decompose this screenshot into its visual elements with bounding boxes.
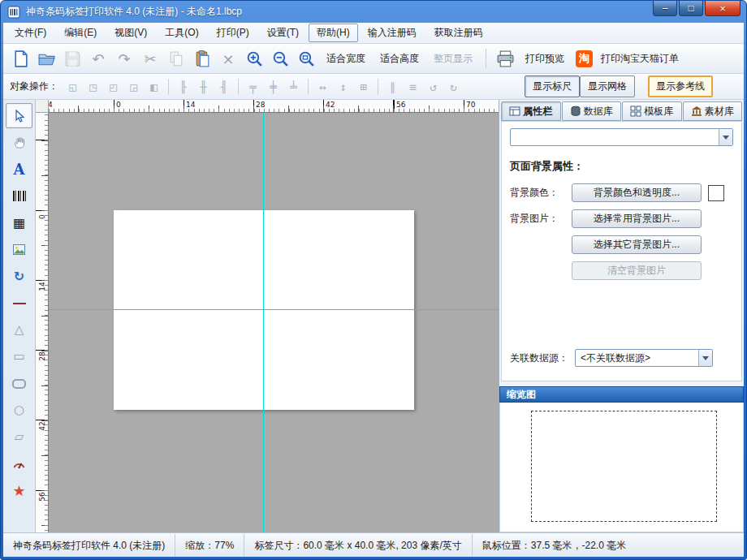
copy-icon[interactable] <box>164 46 188 71</box>
same-width-icon[interactable]: ↔ <box>313 78 332 96</box>
menu-get-regcode[interactable]: 获取注册码 <box>426 24 491 42</box>
barcode-tool[interactable] <box>6 183 32 209</box>
menu-file[interactable]: 文件(F) <box>6 24 54 42</box>
same-size-icon[interactable]: ⊞ <box>354 78 373 96</box>
rounded-rect-tool[interactable] <box>6 371 32 396</box>
show-guides-button[interactable]: 显示参考线 <box>648 75 713 97</box>
triangle-tool[interactable]: △ <box>6 317 32 342</box>
lock-icon[interactable]: ◧ <box>145 78 163 96</box>
rectangle-tool[interactable]: ▭ <box>6 344 32 369</box>
equal-hspacing-icon[interactable]: ∥ <box>383 78 402 96</box>
align-bottom-icon[interactable]: ╧ <box>284 78 303 96</box>
save-icon[interactable] <box>60 46 84 71</box>
zoom-in-icon[interactable] <box>242 46 266 71</box>
rotate-right-icon[interactable]: ↻ <box>444 78 463 96</box>
vertical-ruler[interactable]: 014284256 <box>36 113 49 532</box>
minimize-button[interactable]: – <box>653 1 677 16</box>
line-tool[interactable] <box>6 291 32 316</box>
maximize-button[interactable]: □ <box>679 1 703 16</box>
bg-color-button[interactable]: 背景颜色和透明度... <box>572 183 702 202</box>
gauge-tool[interactable] <box>6 451 32 476</box>
menu-help[interactable]: 帮助(H) <box>309 24 358 42</box>
horizontal-guide-line[interactable] <box>49 309 499 310</box>
paste-icon[interactable] <box>190 46 214 71</box>
menu-print[interactable]: 打印(P) <box>209 24 257 42</box>
fit-width-button[interactable]: 适合宽度 <box>320 52 372 66</box>
open-icon[interactable] <box>34 46 58 71</box>
object-toolbar: 对象操作： ◱◳◰◲◧╟╫╢╤╪╧↔↕⊞∥≡↺↻ 显示标尺 显示网格 显示参考线 <box>3 74 744 100</box>
tab-materials[interactable]: 素材库 <box>683 101 743 121</box>
tab-templates[interactable]: 模板库 <box>622 101 682 121</box>
bg-other-image-button[interactable]: 选择其它背景图片... <box>572 235 702 254</box>
rotate-left-icon[interactable]: ↺ <box>424 78 443 96</box>
print-preview-icon[interactable] <box>493 46 517 71</box>
object-op-icon[interactable] <box>308 79 309 95</box>
align-middle-icon[interactable]: ╪ <box>264 78 283 96</box>
tab-label: 素材库 <box>705 105 734 118</box>
tab-database[interactable]: 数据库 <box>562 101 622 121</box>
object-op-icon[interactable] <box>238 79 239 95</box>
pan-tool[interactable] <box>6 130 32 155</box>
menu-view[interactable]: 视图(V) <box>106 24 155 42</box>
group-icon[interactable]: ◱ <box>63 78 82 96</box>
chevron-down-icon[interactable] <box>719 129 732 145</box>
rotate-tool[interactable]: ↻ <box>6 264 32 289</box>
bg-common-image-button[interactable]: 选择常用背景图片... <box>572 209 702 228</box>
menu-enter-regcode[interactable]: 输入注册码 <box>360 24 425 42</box>
qrcode-icon: ▦ <box>13 217 25 230</box>
show-grid-button[interactable]: 显示网格 <box>580 75 635 97</box>
design-canvas[interactable] <box>49 113 499 532</box>
cut-icon[interactable]: ✂ <box>138 46 162 71</box>
align-top-icon[interactable]: ╤ <box>244 78 262 96</box>
same-height-icon[interactable]: ↕ <box>334 78 352 96</box>
taobao-order-button[interactable]: 打印淘宝天猫订单 <box>594 52 685 66</box>
datasource-select[interactable]: <不关联数据源> <box>575 349 713 367</box>
bank-icon <box>691 106 702 117</box>
fit-height-button[interactable]: 适合高度 <box>374 52 425 66</box>
ungroup-icon[interactable]: ◳ <box>84 78 102 96</box>
ruler-number: 42 <box>326 101 335 109</box>
zoom-out-icon[interactable] <box>268 46 292 71</box>
parallelogram-tool[interactable]: ▱ <box>6 424 32 450</box>
tab-properties[interactable]: 属性栏 <box>501 101 561 121</box>
whole-page-button[interactable]: 整页显示 <box>427 52 479 66</box>
align-right-icon[interactable]: ╢ <box>214 78 233 96</box>
select-tool[interactable] <box>6 103 32 128</box>
show-ruler-button[interactable]: 显示标尺 <box>525 75 580 97</box>
image-tool[interactable] <box>6 237 32 262</box>
qrcode-tool[interactable]: ▦ <box>6 210 32 235</box>
horizontal-ruler[interactable]: -1401428425670 <box>49 100 499 113</box>
new-icon[interactable] <box>8 46 32 71</box>
bg-clear-button[interactable]: 清空背景图片 <box>572 261 702 280</box>
status-mouse-position: 鼠标位置：37.5 毫米，-22.0 毫米 <box>473 534 744 557</box>
zoom-page-icon[interactable] <box>294 46 318 71</box>
status-app-info: 神奇条码标签打印软件 4.0 (未注册) <box>3 534 175 557</box>
object-op-icon[interactable] <box>168 79 169 95</box>
undo-icon[interactable]: ↶ <box>86 46 110 71</box>
menu-settings[interactable]: 设置(T) <box>259 24 307 42</box>
bg-color-swatch[interactable] <box>708 185 724 201</box>
delete-icon[interactable]: × <box>216 46 240 71</box>
close-button[interactable]: × <box>705 1 741 16</box>
tab-label: 属性栏 <box>523 105 552 118</box>
ruler-number: 14 <box>38 281 46 293</box>
taobao-icon[interactable]: 淘 <box>576 50 593 67</box>
menu-tools[interactable]: 工具(O) <box>157 24 206 42</box>
label-page[interactable] <box>114 210 414 410</box>
bring-to-front-icon[interactable]: ◰ <box>104 78 123 96</box>
equal-vspacing-icon[interactable]: ≡ <box>404 78 422 96</box>
send-to-back-icon[interactable]: ◲ <box>124 78 143 96</box>
object-op-icon[interactable] <box>378 79 378 95</box>
chevron-down-icon[interactable] <box>698 350 712 366</box>
redo-icon[interactable]: ↷ <box>112 46 136 71</box>
align-center-icon[interactable]: ╫ <box>194 78 213 96</box>
line-icon <box>13 303 26 304</box>
object-selector[interactable] <box>510 128 733 146</box>
text-tool[interactable]: A <box>6 157 32 182</box>
vertical-guide-line[interactable] <box>263 113 264 532</box>
ellipse-tool[interactable]: ○ <box>6 398 32 423</box>
menu-edit[interactable]: 编辑(E) <box>56 24 105 42</box>
align-left-icon[interactable]: ╟ <box>174 78 192 96</box>
print-preview-button[interactable]: 打印预览 <box>519 52 571 66</box>
star-tool[interactable]: ★ <box>6 478 32 503</box>
